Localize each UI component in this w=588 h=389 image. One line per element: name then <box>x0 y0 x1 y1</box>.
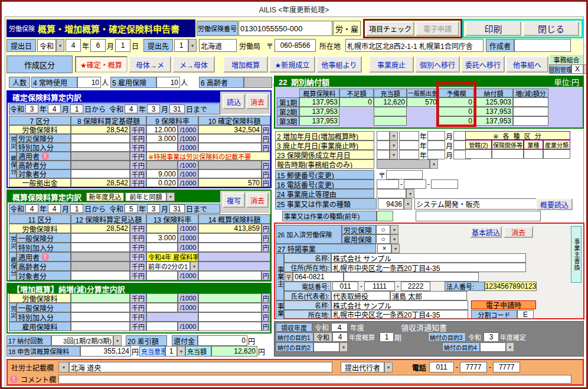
owner-zip-extra-field[interactable] <box>344 272 479 282</box>
insurance-no-field[interactable]: 01301055550-000 <box>239 21 332 36</box>
purpose4-select[interactable] <box>480 342 506 352</box>
chevron-down-icon[interactable] <box>339 342 348 352</box>
koyou-select[interactable]: ○ <box>376 234 390 244</box>
close-button[interactable]: 閉じる <box>523 21 579 36</box>
kanpu-field[interactable]: 0 <box>198 335 247 346</box>
base-field[interactable] <box>71 312 130 322</box>
create-type-tajikumi-yori-button[interactable]: 他事組より <box>316 56 362 73</box>
create-type-tajikumi-he-button[interactable]: 他事組へ <box>506 56 548 73</box>
tel2-field[interactable] <box>404 179 426 189</box>
rate-field[interactable] <box>146 271 178 280</box>
comment-field[interactable] <box>58 375 571 384</box>
chevron-down-icon[interactable] <box>390 140 398 150</box>
chevron-down-icon[interactable] <box>58 362 69 372</box>
amount-field[interactable]: 342,504 <box>198 125 262 134</box>
era-select[interactable] <box>377 140 390 150</box>
owner-addr-field[interactable]: 札幌市中央区北一条西20丁目4-35 <box>331 263 526 272</box>
owner-rep-title-field[interactable]: 代表取締役 <box>331 291 390 300</box>
haishi-reason-select[interactable] <box>377 189 406 198</box>
biz-addr-field[interactable]: 札幌市中央区北一条西20丁目4-35 <box>331 310 468 319</box>
amount-field[interactable] <box>198 303 262 312</box>
create-type-zouka-button[interactable]: 増加概算 <box>223 56 268 73</box>
biz-name-field[interactable]: 株式会社 サンプル <box>331 300 468 310</box>
gaiyou-read-button[interactable]: 概要読込 <box>536 198 573 210</box>
kakutei-clear-button[interactable]: 消去 <box>246 94 269 109</box>
amount-field[interactable] <box>198 169 262 178</box>
chevron-down-icon[interactable] <box>406 189 414 198</box>
month-field[interactable] <box>427 131 445 140</box>
period-day-to[interactable]: 31 <box>169 104 185 113</box>
chevron-down-icon[interactable] <box>390 150 398 159</box>
chevron-down-icon[interactable] <box>166 192 175 201</box>
houjin-field[interactable]: 1234567890123 <box>485 282 537 291</box>
rate-field[interactable]: 0.020 <box>146 178 178 187</box>
declared-premium-field[interactable]: 355,124 <box>80 346 131 357</box>
work-type-field[interactable]: システム開発・販売 <box>414 198 540 210</box>
receipt-year-field[interactable]: 4 <box>331 323 348 332</box>
bureau-addr-field[interactable]: 札幌市北区北8西2-1-1 札幌第1合同庁舎 <box>345 39 484 52</box>
period-year-from[interactable]: 3 <box>25 104 38 113</box>
chevron-down-icon[interactable] <box>430 159 438 169</box>
e-apply-button[interactable]: 電子申請 <box>416 21 459 36</box>
period-month-from[interactable]: 4 <box>48 104 61 113</box>
base-field[interactable] <box>71 233 130 243</box>
submit-dest-select[interactable]: 1 <box>174 39 188 52</box>
chevron-down-icon[interactable] <box>391 244 400 253</box>
bureau-zip-field[interactable]: 060-8566 <box>275 39 316 52</box>
kakutei-read-button[interactable]: 読込 <box>223 94 245 109</box>
mikomi-select[interactable]: 前年と同額 <box>125 192 166 201</box>
rate-field[interactable] <box>146 224 178 233</box>
create-type-shinki-button[interactable]: ★新規成立 <box>269 56 315 73</box>
period-day-from[interactable]: 1 <box>70 204 83 213</box>
chevron-down-icon[interactable] <box>190 261 198 271</box>
year-field[interactable] <box>399 140 419 150</box>
create-type-kakutei-gaisan-button[interactable]: ★確定・概算 <box>75 56 128 73</box>
tokkei-select[interactable]: × <box>377 244 391 253</box>
half-prev-year-select[interactable]: 前年の2分の1 <box>146 261 190 271</box>
e-apply-time-button[interactable]: 電子申請時 <box>471 300 536 309</box>
amount-field[interactable] <box>198 271 262 280</box>
base-field[interactable] <box>71 322 130 331</box>
chevron-down-icon[interactable] <box>390 234 398 244</box>
amount-field[interactable]: 413,859 <box>198 224 262 233</box>
kanyu-clear-button[interactable]: 消去 <box>504 226 533 238</box>
rate-field[interactable] <box>146 243 178 252</box>
zogen-cell[interactable] <box>513 107 548 116</box>
amount-field[interactable] <box>198 243 262 252</box>
kobetsu-kanri-select[interactable]: X <box>571 64 583 74</box>
year-field[interactable] <box>399 150 419 159</box>
period-year-from[interactable]: 4 <box>25 204 38 213</box>
base-field[interactable]: 28,542 <box>71 178 130 187</box>
purpose3-year-field[interactable]: 3 <box>484 332 499 342</box>
author-field[interactable] <box>514 39 571 52</box>
chevron-down-icon[interactable] <box>506 342 514 352</box>
submit-day-field[interactable]: 1 <box>115 39 130 52</box>
chevron-down-icon[interactable] <box>384 362 393 372</box>
period-day-from[interactable]: 1 <box>70 104 83 113</box>
amount-field[interactable] <box>198 322 262 331</box>
period-day-to[interactable]: 31 <box>169 204 185 213</box>
tel3-field[interactable] <box>431 179 458 189</box>
sharoushi-tel1-field[interactable]: 011 <box>429 362 454 372</box>
sharoushi-tel3-field[interactable]: 7777 <box>493 362 520 372</box>
chevron-down-icon[interactable] <box>56 39 64 52</box>
amount-field[interactable]: 570 <box>198 178 262 187</box>
work-type-code[interactable]: 9436 <box>378 198 404 210</box>
owner-name-field[interactable]: 株式会社 サンプル <box>331 253 526 263</box>
kubun-hoken-field[interactable] <box>492 149 524 159</box>
owner-zip-field[interactable]: 064-0821 <box>293 272 344 282</box>
chevron-down-icon[interactable] <box>583 64 588 74</box>
base-field[interactable] <box>71 134 130 143</box>
sharoushi-name-field[interactable]: 北海 道央 <box>69 362 332 372</box>
rate-field[interactable] <box>146 322 178 331</box>
work-type-prev-field[interactable] <box>416 211 541 221</box>
kubun-sangyo-field[interactable] <box>543 149 570 159</box>
period-month-to[interactable]: 3 <box>147 204 160 213</box>
era-select[interactable] <box>377 131 390 140</box>
submit-month-field[interactable]: 6 <box>90 39 106 52</box>
amount-field[interactable] <box>198 233 262 243</box>
period-month-to[interactable]: 3 <box>147 104 160 113</box>
base-field[interactable] <box>71 271 130 280</box>
purpose1-term-field[interactable]: 1 <box>380 332 394 342</box>
submit-era-select[interactable]: 令和 <box>37 39 56 52</box>
